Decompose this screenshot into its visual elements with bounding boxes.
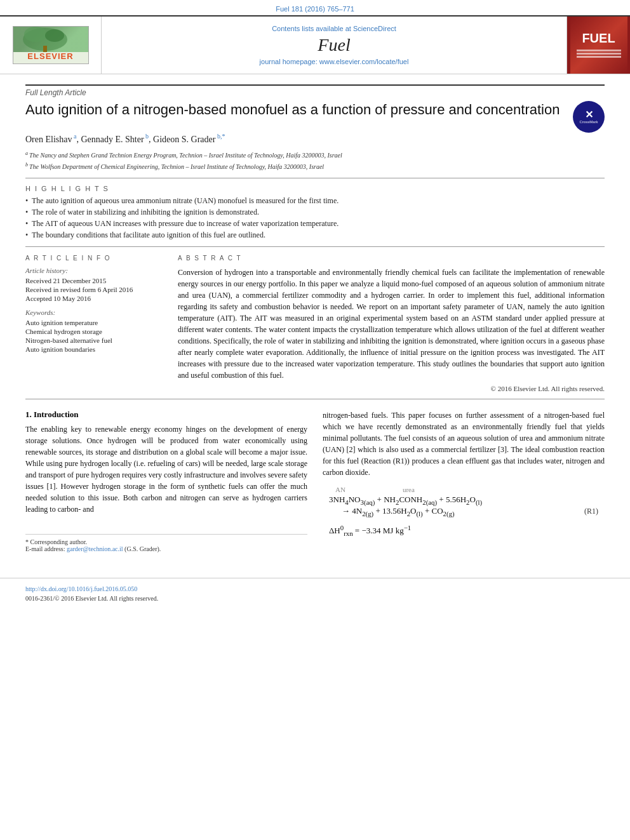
elsevier-tree-svg (17, 27, 74, 53)
title-area: Auto ignition of a nitrogen-based monofu… (25, 101, 605, 133)
affiliations: a The Nancy and Stephen Grand Technion E… (25, 150, 605, 172)
abstract-text: Conversion of hydrogen into a transporta… (178, 267, 605, 381)
highlight-3: The AIT of aqueous UAN increases with pr… (25, 219, 605, 229)
doi-link[interactable]: http://dx.doi.org/10.1016/j.fuel.2016.05… (25, 585, 137, 592)
page: Fuel 181 (2016) 765–771 ELSEVIER (0, 0, 630, 840)
history-received: Received 21 December 2015 (25, 277, 165, 284)
footnote-area: * Corresponding author. E-mail address: … (25, 534, 307, 552)
author-2-sup: b (144, 133, 149, 140)
journal-cover: FUEL (566, 17, 630, 74)
highlights-divider-bottom (25, 246, 605, 247)
keyword-1: Auto ignition temperature (25, 319, 165, 326)
homepage-text: journal homepage: www.elsevier.com/locat… (260, 58, 409, 65)
history-accepted: Accepted 10 May 2016 (25, 295, 165, 302)
author-3-name: Gideon S. Grader (153, 135, 215, 144)
eq-annotation-urea: urea (403, 486, 415, 493)
abstract-copyright: © 2016 Elsevier Ltd. All rights reserved… (178, 385, 605, 392)
cover-line-2 (577, 53, 621, 55)
highlights-heading: H I G H L I G H T S (25, 185, 605, 192)
elsevier-label: ELSEVIER (27, 51, 73, 61)
keyword-2: Chemical hydrogen storage (25, 328, 165, 335)
enthalpy-line: ΔH0rxn = −3.34 MJ kg−1 (329, 524, 605, 537)
equation-line-2: → 4N2(g) + 13.56H2O(l) + CO2(g) (342, 506, 455, 517)
article-type: Full Length Article (25, 88, 605, 97)
article-info-abstract: A R T I C L E I N F O Article history: R… (25, 255, 605, 392)
keyword-4: Auto ignition boundaries (25, 345, 165, 353)
cover-decoration (577, 48, 621, 59)
sciencedirect-link[interactable]: ScienceDirect (353, 25, 396, 32)
history-revised: Received in revised form 6 April 2016 (25, 286, 165, 293)
equation-line-1-row: 3NH4NO3(aq) + NH2CONH2(aq) + 5.56H2O(l) (329, 495, 605, 506)
page-footer: http://dx.doi.org/10.1016/j.fuel.2016.05… (0, 578, 630, 607)
footer-doi-line: http://dx.doi.org/10.1016/j.fuel.2016.05… (25, 583, 605, 594)
affiliation-a: a The Nancy and Stephen Grand Technion E… (25, 150, 605, 160)
author-2-name: Gennady E. Shter (81, 135, 144, 144)
journal-header: ELSEVIER Contents lists available at Sci… (0, 15, 630, 74)
crossmark-badge: ✕ CrossMark (573, 101, 605, 133)
keywords-label: Keywords: (25, 309, 165, 316)
author-1-name: Oren Elishav (25, 135, 72, 144)
author-3-sup: b,* (215, 133, 225, 140)
elsevier-image: ELSEVIER (13, 26, 89, 64)
article-title: Auto ignition of a nitrogen-based monofu… (25, 101, 563, 119)
main-content: Full Length Article Auto ignition of a n… (0, 74, 630, 565)
svg-point-3 (45, 29, 64, 42)
article-info-col: A R T I C L E I N F O Article history: R… (25, 255, 165, 392)
equation-line-2-row: → 4N2(g) + 13.56H2O(l) + CO2(g) (R1) (329, 506, 605, 517)
footnote-corresponding: * Corresponding author. (25, 538, 307, 545)
footnote-email-link[interactable]: garder@technion.ac.il (67, 545, 123, 552)
svg-point-2 (24, 27, 47, 42)
citation-text: Fuel 181 (2016) 765–771 (276, 5, 354, 13)
homepage-link[interactable]: www.elsevier.com/locate/fuel (319, 58, 409, 65)
sciencedirect-link-text: Contents lists available at ScienceDirec… (272, 25, 396, 32)
body-two-col: 1. Introduction The enabling key to rene… (25, 410, 605, 552)
fuel-cover-image: FUEL (570, 17, 627, 74)
abstract-heading: A B S T R A C T (178, 255, 605, 262)
abstract-col: A B S T R A C T Conversion of hydrogen i… (178, 255, 605, 392)
eq-annotations: AN urea (329, 486, 605, 493)
top-divider (25, 84, 605, 86)
equation-label: (R1) (584, 507, 598, 516)
author-1-sup: a (72, 133, 76, 140)
elsevier-logo: ELSEVIER (13, 26, 89, 64)
body-col-left: 1. Introduction The enabling key to rene… (25, 410, 307, 552)
highlight-2: The role of water in stabilizing and inh… (25, 208, 605, 217)
article-info-heading: A R T I C L E I N F O (25, 255, 165, 262)
cover-line-3 (577, 56, 621, 58)
crossmark-icon: ✕ (585, 110, 593, 120)
equation-line-1: 3NH4NO3(aq) + NH2CONH2(aq) + 5.56H2O(l) (329, 495, 482, 506)
body-col-right: nitrogen-based fuels. This paper focuses… (323, 410, 605, 552)
aff-a-text: The Nancy and Stephen Grand Technion Ene… (29, 152, 342, 159)
journal-info-center: Contents lists available at ScienceDirec… (102, 17, 566, 74)
history-label: Article history: (25, 267, 165, 274)
aff-b-text: The Wolfson Department of Chemical Engin… (29, 163, 324, 170)
keyword-3: Nitrogen-based alternative fuel (25, 337, 165, 344)
footer-copyright: 0016-2361/© 2016 Elsevier Ltd. All right… (25, 595, 605, 602)
journal-title: Fuel (318, 35, 350, 55)
crossmark-label: CrossMark (579, 120, 598, 124)
cover-title: FUEL (582, 31, 615, 46)
elsevier-logo-area: ELSEVIER (0, 17, 102, 74)
equation-block: AN urea 3NH4NO3(aq) + NH2CONH2(aq) + 5.5… (329, 486, 605, 537)
citation-bar: Fuel 181 (2016) 765–771 (0, 0, 630, 15)
crossmark-area: ✕ CrossMark (573, 101, 605, 133)
highlights-section: H I G H L I G H T S The auto ignition of… (25, 185, 605, 240)
footnote-email: E-mail address: garder@technion.ac.il (G… (25, 545, 307, 552)
body-section: 1. Introduction The enabling key to rene… (25, 410, 605, 552)
eq-annotation-an: AN (335, 486, 345, 493)
authors-line: Oren Elishav a, Gennady E. Shter b, Gide… (25, 133, 605, 145)
intro-para-2: nitrogen-based fuels. This paper focuses… (323, 410, 605, 478)
intro-heading: 1. Introduction (25, 410, 307, 420)
affiliation-b: b The Wolfson Department of Chemical Eng… (25, 161, 605, 171)
highlight-4: The boundary conditions that facilitate … (25, 230, 605, 240)
highlight-1: The auto ignition of aqueous urea ammoni… (25, 196, 605, 206)
highlights-divider-top (25, 178, 605, 178)
body-divider (25, 399, 605, 399)
keywords-section: Keywords: Auto ignition temperature Chem… (25, 309, 165, 353)
intro-para-1: The enabling key to renewable energy eco… (25, 423, 307, 515)
cover-line-1 (577, 50, 621, 51)
